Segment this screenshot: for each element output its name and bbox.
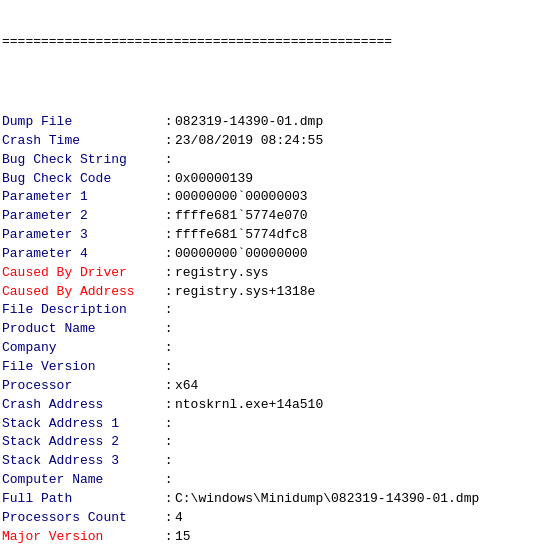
row-label: Caused By Address	[2, 283, 157, 302]
row-colon: :	[157, 320, 175, 339]
row-colon: :	[157, 509, 175, 528]
row-value: registry.sys+1318e	[175, 283, 547, 302]
row-label: Parameter 3	[2, 226, 157, 245]
row-label: Major Version	[2, 528, 157, 546]
row-value: C:\windows\Minidump\082319-14390-01.dmp	[175, 490, 547, 509]
table-row: Company :	[2, 339, 547, 358]
row-label: Stack Address 3	[2, 452, 157, 471]
table-row: Caused By Driver : registry.sys	[2, 264, 547, 283]
crash-report-content: ========================================…	[2, 4, 547, 546]
row-colon: :	[157, 471, 175, 490]
row-value	[175, 339, 547, 358]
table-row: Processors Count : 4	[2, 509, 547, 528]
table-row: Bug Check Code : 0x00000139	[2, 170, 547, 189]
row-label: Company	[2, 339, 157, 358]
row-label: Parameter 1	[2, 188, 157, 207]
row-label: File Description	[2, 301, 157, 320]
row-label: Bug Check Code	[2, 170, 157, 189]
table-row: Dump File : 082319-14390-01.dmp	[2, 113, 547, 132]
table-row: Full Path : C:\windows\Minidump\082319-1…	[2, 490, 547, 509]
row-value: 23/08/2019 08:24:55	[175, 132, 547, 151]
row-value: 00000000`00000000	[175, 245, 547, 264]
separator-top: ========================================…	[2, 34, 547, 49]
row-value: 00000000`00000003	[175, 188, 547, 207]
table-row: Stack Address 3 :	[2, 452, 547, 471]
row-colon: :	[157, 170, 175, 189]
table-row: Major Version : 15	[2, 528, 547, 546]
row-colon: :	[157, 151, 175, 170]
row-colon: :	[157, 528, 175, 546]
row-colon: :	[157, 415, 175, 434]
row-colon: :	[157, 358, 175, 377]
row-colon: :	[157, 283, 175, 302]
row-label: Product Name	[2, 320, 157, 339]
row-value: 0x00000139	[175, 170, 547, 189]
row-label: Computer Name	[2, 471, 157, 490]
row-colon: :	[157, 433, 175, 452]
row-label: Crash Address	[2, 396, 157, 415]
row-colon: :	[157, 113, 175, 132]
row-colon: :	[157, 207, 175, 226]
row-value: 15	[175, 528, 547, 546]
row-value	[175, 301, 547, 320]
table-row: Caused By Address : registry.sys+1318e	[2, 283, 547, 302]
table-row: Parameter 2 : ffffe681`5774e070	[2, 207, 547, 226]
row-value	[175, 452, 547, 471]
row-colon: :	[157, 490, 175, 509]
row-colon: :	[157, 226, 175, 245]
row-label: Stack Address 2	[2, 433, 157, 452]
table-row: Product Name :	[2, 320, 547, 339]
table-row: Stack Address 2 :	[2, 433, 547, 452]
row-colon: :	[157, 132, 175, 151]
row-colon: :	[157, 264, 175, 283]
row-value	[175, 415, 547, 434]
row-value: x64	[175, 377, 547, 396]
table-row: Processor : x64	[2, 377, 547, 396]
row-colon: :	[157, 245, 175, 264]
table-row: File Version :	[2, 358, 547, 377]
row-colon: :	[157, 377, 175, 396]
row-colon: :	[157, 452, 175, 471]
table-row: Crash Address : ntoskrnl.exe+14a510	[2, 396, 547, 415]
row-value	[175, 358, 547, 377]
row-label: Parameter 2	[2, 207, 157, 226]
row-label: Stack Address 1	[2, 415, 157, 434]
row-value: registry.sys	[175, 264, 547, 283]
row-value: ntoskrnl.exe+14a510	[175, 396, 547, 415]
row-colon: :	[157, 301, 175, 320]
row-value: ffffe681`5774e070	[175, 207, 547, 226]
row-label: Parameter 4	[2, 245, 157, 264]
row-value: ffffe681`5774dfc8	[175, 226, 547, 245]
table-row: Parameter 1 : 00000000`00000003	[2, 188, 547, 207]
row-label: File Version	[2, 358, 157, 377]
row-label: Caused By Driver	[2, 264, 157, 283]
row-value: 4	[175, 509, 547, 528]
row-value	[175, 151, 547, 170]
row-colon: :	[157, 339, 175, 358]
row-label: Processors Count	[2, 509, 157, 528]
table-row: Bug Check String :	[2, 151, 547, 170]
row-label: Full Path	[2, 490, 157, 509]
row-colon: :	[157, 396, 175, 415]
row-value: 082319-14390-01.dmp	[175, 113, 547, 132]
row-value	[175, 320, 547, 339]
row-colon: :	[157, 188, 175, 207]
row-label: Dump File	[2, 113, 157, 132]
table-row: Stack Address 1 :	[2, 415, 547, 434]
table-row: Parameter 3 : ffffe681`5774dfc8	[2, 226, 547, 245]
table-row: Computer Name :	[2, 471, 547, 490]
row-label: Crash Time	[2, 132, 157, 151]
table-row: File Description :	[2, 301, 547, 320]
row-value	[175, 433, 547, 452]
table-row: Parameter 4 : 00000000`00000000	[2, 245, 547, 264]
row-label: Bug Check String	[2, 151, 157, 170]
row-label: Processor	[2, 377, 157, 396]
row-value	[175, 471, 547, 490]
table-row: Crash Time : 23/08/2019 08:24:55	[2, 132, 547, 151]
